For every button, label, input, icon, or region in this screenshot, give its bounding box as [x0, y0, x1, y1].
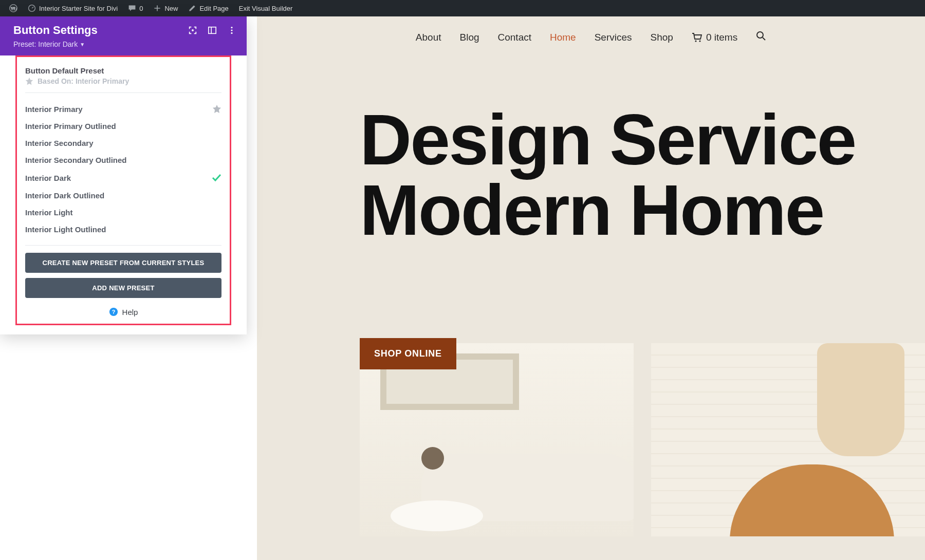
- hero-image-2: [651, 343, 925, 536]
- comments-menu[interactable]: 0: [123, 0, 148, 16]
- preset-item-label: Interior Primary: [25, 105, 83, 114]
- svg-point-6: [231, 29, 232, 31]
- wp-admin-bar: Interior Starter Site for Divi 0 New Edi…: [0, 0, 925, 16]
- svg-point-5: [231, 27, 232, 28]
- preset-item[interactable]: Interior Secondary Outlined: [25, 152, 221, 169]
- cart-link[interactable]: 0 items: [692, 32, 737, 43]
- cart-icon: [692, 32, 702, 43]
- builder-sidebar-area: er ⋮ Button Settings Preset: Interior Da…: [0, 16, 257, 560]
- hero-headline-line1: Design Service: [360, 104, 925, 175]
- preset-item[interactable]: Interior Dark: [25, 169, 221, 187]
- svg-rect-3: [209, 27, 216, 34]
- svg-text:?: ?: [112, 309, 115, 315]
- preset-item-label: Interior Light Outlined: [25, 225, 106, 234]
- comments-count: 0: [139, 5, 143, 12]
- default-preset-section[interactable]: Button Default Preset Based On: Interior…: [25, 66, 221, 85]
- hero-section: Design Service Modern Home SHOP ONLINE: [257, 58, 925, 560]
- preset-item-label: Interior Dark: [25, 174, 71, 182]
- cart-count-label: 0 items: [706, 32, 737, 43]
- divider: [25, 245, 221, 246]
- add-preset-button[interactable]: ADD NEW PRESET: [25, 278, 221, 298]
- nav-item-blog[interactable]: Blog: [459, 32, 479, 43]
- wordpress-icon: [9, 4, 17, 12]
- plus-icon: [153, 4, 161, 12]
- help-icon: ?: [109, 307, 118, 316]
- shop-online-button[interactable]: SHOP ONLINE: [360, 338, 456, 369]
- panel-layout-icon[interactable]: [208, 26, 217, 35]
- nav-item-home[interactable]: Home: [550, 32, 576, 43]
- panel-header: Button Settings Preset: Interior Dark ▼: [0, 16, 247, 55]
- preset-item[interactable]: Interior Dark Outlined: [25, 187, 221, 204]
- search-icon: [756, 31, 766, 41]
- panel-title: Button Settings: [13, 24, 98, 37]
- caret-down-icon: ▼: [80, 42, 85, 47]
- site-name-label: Interior Starter Site for Divi: [39, 5, 118, 12]
- wp-logo[interactable]: [4, 0, 23, 16]
- svg-point-2: [192, 29, 194, 31]
- hero-gallery: [360, 343, 925, 536]
- nav-item-about[interactable]: About: [416, 32, 441, 43]
- default-preset-title: Button Default Preset: [25, 66, 221, 75]
- preset-item[interactable]: Interior Primary: [25, 100, 221, 118]
- svg-line-13: [763, 38, 765, 40]
- nav-item-contact[interactable]: Contact: [498, 32, 531, 43]
- presets-dropdown: Button Default Preset Based On: Interior…: [15, 55, 231, 325]
- presets-list: Interior PrimaryInterior Primary Outline…: [25, 100, 221, 238]
- based-on-label: Based On: Interior Primary: [38, 77, 129, 85]
- divider: [25, 92, 221, 93]
- exit-visual-builder[interactable]: Exit Visual Builder: [234, 0, 298, 16]
- edit-page-label: Edit Page: [199, 5, 228, 12]
- help-label: Help: [122, 308, 138, 316]
- hero-image-1: [360, 343, 634, 536]
- pencil-icon: [188, 4, 196, 12]
- star-icon: [25, 77, 33, 85]
- site-nav: AboutBlogContactHomeServicesShop 0 items: [257, 16, 925, 58]
- svg-point-7: [231, 32, 232, 34]
- edit-page-menu[interactable]: Edit Page: [183, 0, 233, 16]
- star-icon: [212, 104, 221, 114]
- create-preset-button[interactable]: CREATE NEW PRESET FROM CURRENT STYLES: [25, 253, 221, 273]
- preset-item[interactable]: Interior Secondary: [25, 135, 221, 152]
- focus-icon[interactable]: [188, 26, 197, 35]
- svg-point-10: [695, 40, 696, 42]
- preset-item[interactable]: Interior Light: [25, 204, 221, 221]
- preset-item[interactable]: Interior Light Outlined: [25, 221, 221, 238]
- preset-item-label: Interior Light: [25, 208, 73, 217]
- comment-icon: [128, 4, 136, 12]
- exit-builder-label: Exit Visual Builder: [239, 5, 293, 12]
- preset-item-label: Interior Secondary: [25, 139, 94, 147]
- preset-item-label: Interior Secondary Outlined: [25, 156, 127, 164]
- new-content-menu[interactable]: New: [148, 0, 183, 16]
- nav-item-services[interactable]: Services: [595, 32, 632, 43]
- more-vert-icon[interactable]: [227, 26, 236, 35]
- svg-point-11: [699, 40, 700, 42]
- check-icon: [211, 173, 221, 183]
- page-preview: AboutBlogContactHomeServicesShop 0 items…: [257, 16, 925, 560]
- preset-item[interactable]: Interior Primary Outlined: [25, 118, 221, 135]
- dashboard-icon: [28, 4, 36, 12]
- help-link[interactable]: ? Help: [25, 307, 221, 316]
- preset-selector[interactable]: Preset: Interior Dark ▼: [13, 40, 236, 48]
- hero-headline-line2: Modern Home: [360, 175, 925, 245]
- preset-item-label: Interior Primary Outlined: [25, 122, 116, 130]
- based-on-row: Based On: Interior Primary: [25, 77, 221, 85]
- preset-selector-label: Preset: Interior Dark: [13, 40, 78, 48]
- nav-item-shop[interactable]: Shop: [651, 32, 673, 43]
- new-label: New: [164, 5, 178, 12]
- svg-point-12: [757, 32, 763, 38]
- search-button[interactable]: [756, 31, 766, 44]
- preset-item-label: Interior Dark Outlined: [25, 191, 104, 200]
- site-name-menu[interactable]: Interior Starter Site for Divi: [23, 0, 123, 16]
- button-settings-panel: Button Settings Preset: Interior Dark ▼ …: [0, 16, 247, 334]
